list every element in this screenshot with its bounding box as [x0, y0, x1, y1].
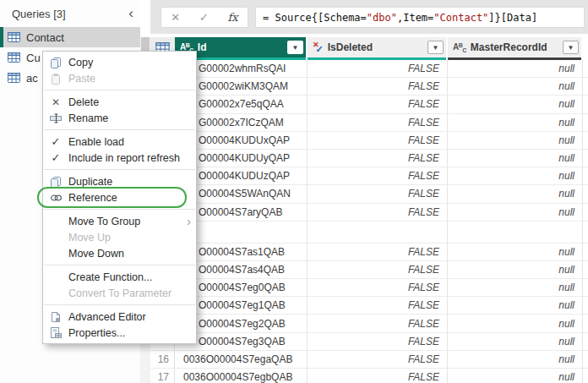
masterrecordid-cell[interactable]: null [448, 261, 583, 278]
masterrecordid-cell[interactable]: null [448, 60, 583, 77]
row-number-cell[interactable]: 17 [150, 369, 175, 383]
submenu-arrow-icon: › [187, 216, 196, 227]
menu-item-include-in-report-refresh[interactable]: ✓Include in report refresh [43, 150, 196, 166]
table-row [150, 222, 588, 243]
masterrecordid-cell[interactable]: null [448, 167, 583, 184]
isdeleted-cell[interactable]: FALSE [308, 114, 448, 131]
data-grid: ABC Id ▼ ✕✓ IsDeleted ▼ ABC MasterRecord… [150, 37, 588, 383]
cancel-formula-icon[interactable]: ✕ [171, 11, 180, 24]
masterrecordid-cell[interactable]: null [448, 243, 583, 260]
column-header-isdeleted[interactable]: ✕✓ IsDeleted ▼ [308, 37, 446, 57]
masterrecordid-cell[interactable]: null [448, 369, 583, 383]
column-label: Id [198, 41, 207, 53]
menu-separator [44, 169, 195, 170]
masterrecordid-cell[interactable]: null [448, 204, 583, 221]
isdeleted-cell[interactable]: FALSE [308, 150, 448, 167]
menu-item-properties[interactable]: Properties... [43, 325, 196, 341]
menu-item-create-function[interactable]: Create Function... [43, 269, 196, 285]
isdeleted-cell[interactable]: FALSE [308, 297, 448, 314]
isdeleted-cell[interactable]: FALSE [308, 261, 448, 278]
table-row: G00002x7ICzQAMFALSEnull [150, 114, 588, 132]
masterrecordid-cell[interactable]: null [448, 315, 583, 331]
column-label: MasterRecordId [471, 41, 547, 53]
masterrecordid-cell[interactable] [448, 222, 583, 243]
table-row: O00004S7eg1QABFALSEnull [150, 297, 588, 315]
menu-separator [44, 265, 195, 265]
table-row: O00004KUDUzQAPFALSEnull [150, 167, 588, 185]
column-label: IsDeleted [328, 41, 373, 53]
menu-item-move-to-group[interactable]: Move To Group› [43, 213, 196, 229]
isdeleted-cell[interactable]: FALSE [308, 167, 448, 184]
check-icon: ✓ [43, 135, 68, 148]
menu-item-label: Include in report refresh [68, 152, 196, 164]
isdeleted-cell[interactable]: FALSE [308, 333, 448, 350]
isdeleted-cell[interactable]: FALSE [308, 315, 448, 331]
menu-item-label: Reference [68, 192, 196, 204]
column-header-masterrecordid[interactable]: ABC MasterRecordId ▼ [448, 37, 581, 57]
confirm-formula-icon[interactable]: ✓ [199, 11, 209, 24]
menu-item-delete[interactable]: ✕Delete [43, 94, 196, 110]
reference-icon [43, 193, 68, 203]
table-row: O00004S7as1QABFALSEnull [150, 243, 588, 261]
menu-item-duplicate[interactable]: Duplicate [43, 173, 196, 189]
logical-type-icon: ✕✓ [313, 43, 324, 52]
masterrecordid-cell[interactable]: null [448, 351, 583, 368]
isdeleted-cell[interactable]: FALSE [308, 60, 448, 77]
masterrecordid-cell[interactable]: null [448, 114, 583, 131]
masterrecordid-cell[interactable]: null [448, 150, 583, 167]
isdeleted-cell[interactable]: FALSE [308, 369, 448, 383]
isdeleted-cell[interactable]: FALSE [308, 351, 448, 368]
masterrecordid-cell[interactable]: null [448, 333, 583, 350]
menu-separator [44, 90, 195, 90]
isdeleted-cell[interactable]: FALSE [308, 204, 448, 221]
menu-item-label: Properties... [68, 327, 196, 339]
table-row: O00004S7as4QABFALSEnull [150, 261, 588, 279]
masterrecordid-cell[interactable]: null [448, 132, 583, 149]
isdeleted-cell[interactable]: FALSE [308, 279, 448, 296]
filter-dropdown-icon[interactable]: ▼ [287, 41, 303, 54]
formula-segment: "dbo" [367, 12, 397, 24]
formula-segment: ]}[Data] [488, 12, 537, 24]
masterrecordid-cell[interactable]: null [448, 279, 583, 296]
advanced-editor-icon [43, 311, 68, 323]
copy-icon [43, 57, 68, 68]
table-row: O00004S7eg0QABFALSEnull [150, 279, 588, 297]
formula-segment: = Source{[Schema= [263, 12, 367, 24]
isdeleted-cell[interactable]: FALSE [308, 243, 448, 260]
collapse-pane-button[interactable]: ‹ [128, 6, 133, 20]
table-row: O00004S7eg2QABFALSEnull [150, 315, 588, 332]
filter-dropdown-icon[interactable]: ▼ [427, 41, 444, 54]
menu-item-move-down[interactable]: Move Down [43, 245, 196, 261]
table-row: O00004S7eg3QABFALSEnull [150, 333, 588, 351]
id-cell[interactable]: 0036O00004S7egaQAB [175, 351, 308, 368]
fx-icon[interactable]: fx [227, 11, 237, 24]
menu-item-rename[interactable]: Rename [43, 110, 196, 126]
filter-dropdown-icon[interactable]: ▼ [563, 41, 579, 54]
isdeleted-cell[interactable]: FALSE [308, 132, 448, 149]
id-cell[interactable]: 0036O00004S7egbQAB [175, 369, 308, 383]
menu-item-advanced-editor[interactable]: Advanced Editor [43, 309, 196, 325]
copy-icon [43, 176, 68, 188]
row-number-cell[interactable]: 16 [150, 351, 175, 368]
menu-item-paste: Paste [43, 70, 196, 86]
masterrecordid-cell[interactable]: null [448, 297, 583, 314]
masterrecordid-cell[interactable]: null [448, 185, 583, 202]
menu-item-enable-load[interactable]: ✓Enable load [43, 134, 196, 150]
menu-item-label: Move Up [68, 232, 196, 243]
masterrecordid-cell[interactable]: null [448, 96, 583, 112]
menu-item-label: Convert To Parameter [68, 287, 196, 299]
formula-input[interactable]: = Source{[Schema="dbo",Item="Contact"]}[… [255, 7, 585, 28]
menu-item-convert-to-parameter: Convert To Parameter [43, 285, 196, 301]
query-item-contact[interactable]: Contact [0, 27, 140, 47]
masterrecordid-cell[interactable]: null [448, 78, 583, 95]
menu-item-label: Create Function... [68, 271, 196, 283]
menu-item-copy[interactable]: Copy [43, 54, 196, 70]
table-row: O00004S7aryQABFALSEnull [150, 204, 588, 222]
menu-item-reference[interactable]: Reference [43, 189, 196, 205]
isdeleted-cell[interactable]: FALSE [308, 185, 448, 202]
queries-pane-header: Queries [3] ‹ [0, 0, 140, 27]
isdeleted-cell[interactable]: FALSE [308, 78, 448, 95]
isdeleted-cell[interactable] [308, 222, 448, 243]
isdeleted-cell[interactable]: FALSE [308, 96, 448, 112]
table-row: 170036O00004S7egbQABFALSEnull [150, 369, 588, 383]
